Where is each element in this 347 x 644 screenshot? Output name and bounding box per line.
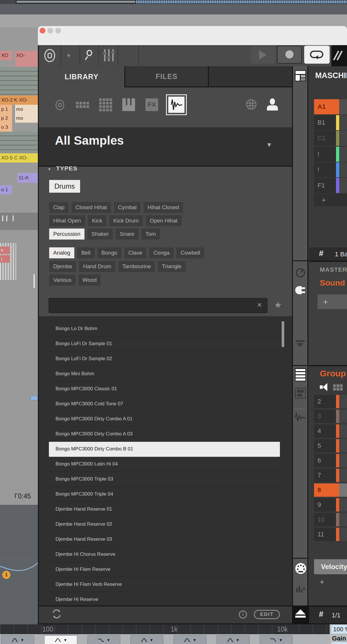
browser-header-title[interactable]: All Samples xyxy=(55,134,124,148)
clip-p2[interactable]: p 2 xyxy=(0,114,12,123)
subtype-tag[interactable]: Bell xyxy=(77,247,95,258)
add-group-button[interactable]: + xyxy=(314,194,347,206)
subtype-tag[interactable]: Conga xyxy=(149,247,174,258)
minimize-button[interactable] xyxy=(47,28,53,34)
add-velocity-button[interactable]: + xyxy=(320,577,324,586)
subtype-tag-analog[interactable]: Analog xyxy=(49,247,74,258)
eq-band-type-button[interactable]: ▼ xyxy=(87,635,120,644)
list-item[interactable]: Bongo MPC3000 Latin Hi 04 xyxy=(49,457,280,472)
group-slot-a1[interactable]: A1 xyxy=(314,99,347,114)
metronome-button[interactable] xyxy=(331,45,347,66)
sound-row[interactable]: 9 xyxy=(314,498,347,511)
list-item[interactable]: Bongo MPC3000 Dirty Combo A 01 xyxy=(49,412,280,427)
subtype-tag[interactable]: Clave xyxy=(124,247,147,258)
sound-row[interactable]: 3 xyxy=(314,410,347,423)
master-tab-label[interactable]: MASTER xyxy=(320,266,347,273)
grid-hash-icon[interactable]: # xyxy=(319,610,323,619)
play-button[interactable] xyxy=(251,47,275,63)
list-item[interactable]: Bongo LoFi Dr Sample 02 xyxy=(49,352,280,367)
close-button[interactable] xyxy=(40,28,45,34)
eq-gain-value[interactable] xyxy=(331,642,347,644)
list-item[interactable]: Bongo MPC3000 Classic 01 xyxy=(49,382,280,397)
eq-band-badge[interactable]: 1 xyxy=(2,571,10,579)
clear-search-icon[interactable]: ✕ xyxy=(257,301,262,309)
subtype-tag[interactable]: Triangle xyxy=(158,261,186,272)
clip-mini-b[interactable]: ( xyxy=(0,255,10,263)
scrollbar-thumb[interactable] xyxy=(282,321,284,347)
arranger-view-icon[interactable] xyxy=(295,70,306,81)
type-tag[interactable]: Shaker xyxy=(87,229,113,240)
autoload-swap-icon[interactable] xyxy=(51,609,62,619)
type-tag[interactable]: Kick xyxy=(88,215,106,226)
content-type-instruments-icon[interactable] xyxy=(122,98,135,111)
sound-row[interactable]: 6 xyxy=(314,454,347,467)
mixer-icon[interactable] xyxy=(103,49,115,62)
eq-band-type-button[interactable]: ▼ xyxy=(174,635,206,644)
clip-o1[interactable]: o 1 xyxy=(0,185,12,194)
clip-mini-a[interactable]: 6 xyxy=(0,246,10,254)
group-slot-e1[interactable]: ! xyxy=(314,162,347,177)
record-button[interactable] xyxy=(277,46,302,64)
clip-xo2k[interactable]: XO-2 K xyxy=(0,95,19,105)
type-tag[interactable]: Hihat Open xyxy=(49,215,85,226)
sound-row[interactable]: 11 xyxy=(314,528,347,541)
eq-band-type-button[interactable]: ▼ xyxy=(217,635,250,644)
sound-row[interactable]: 2 xyxy=(314,395,347,408)
velocity-header[interactable]: Velocity xyxy=(314,559,347,574)
maschine-logo-icon[interactable] xyxy=(44,49,55,62)
store-globe-icon[interactable] xyxy=(246,99,256,110)
clip-o3[interactable]: o 3 xyxy=(0,123,12,132)
clip-11a[interactable]: 11-A xyxy=(17,173,39,183)
macro-knob-icon[interactable] xyxy=(296,268,305,277)
list-item[interactable]: Bongo Mini Bohm xyxy=(49,367,280,382)
eq-band-type-button[interactable]: ▼ xyxy=(260,635,293,644)
sound-row[interactable]: 4 xyxy=(314,424,347,438)
user-icon[interactable] xyxy=(267,98,278,111)
clip-xo5c-b[interactable]: XO- xyxy=(18,153,39,163)
clip-p1[interactable]: p 1 xyxy=(0,105,12,114)
type-tag[interactable]: Snare xyxy=(116,229,139,240)
collapse-arrows-icon[interactable] xyxy=(296,340,305,349)
clip-xo2k-b[interactable]: XO- xyxy=(18,95,39,105)
sound-row-selected[interactable]: 8 xyxy=(314,483,347,497)
type-tag[interactable]: Clap xyxy=(49,202,69,213)
list-item[interactable]: Djembe Hi Chorus Reserve xyxy=(49,547,280,562)
types-collapse-icon[interactable]: ▼ xyxy=(47,167,51,172)
list-item[interactable]: Djembe Hand Reserve 03 xyxy=(49,532,280,547)
type-tag[interactable]: Tom xyxy=(141,229,160,240)
ableton-ruler[interactable]: 25 33 41 49 57 65 xyxy=(0,14,347,27)
list-item[interactable]: Bongo MPC3000 Triple 03 xyxy=(49,472,280,487)
subtype-tag[interactable]: Djembe xyxy=(49,261,76,272)
loop-button[interactable] xyxy=(304,46,330,64)
list-item[interactable]: Djembe Hand Reserve 01 xyxy=(49,502,280,517)
group-slot-f1[interactable]: F1 xyxy=(314,178,347,193)
ableton-overview-strip[interactable] xyxy=(136,1,347,3)
speaker-icon[interactable] xyxy=(320,383,327,391)
eq-band-type-button[interactable]: ▼ xyxy=(44,635,77,644)
window-titlebar[interactable] xyxy=(38,26,347,45)
list-item[interactable]: Bongo Lo Dr Bohm xyxy=(49,321,280,336)
sampling-view-icon[interactable] xyxy=(294,412,307,423)
content-type-projects-icon[interactable] xyxy=(56,100,64,110)
subtype-tag[interactable]: Hand Drum xyxy=(79,261,115,272)
group-slot-c1[interactable]: C1 xyxy=(314,131,347,146)
content-type-sounds-icon[interactable] xyxy=(99,98,112,111)
content-type-samples-icon[interactable] xyxy=(168,97,184,113)
list-item[interactable]: Bongo MPC3000 Cold Tone 07 xyxy=(49,397,280,412)
edit-button[interactable]: EDIT xyxy=(254,610,280,619)
add-sound-button[interactable]: + xyxy=(318,295,347,309)
list-item[interactable]: Bongo LoFi Dr Sample 01 xyxy=(49,336,280,352)
sound-row[interactable]: 5 xyxy=(314,439,347,452)
list-item-selected[interactable]: Bongo MPC3000 Dirty Combo B 01 xyxy=(49,442,280,457)
zoom-button[interactable] xyxy=(55,28,61,34)
eq-scale-value[interactable]: 100 % xyxy=(331,625,347,634)
header-dropdown-icon[interactable]: ▼ xyxy=(266,141,272,149)
list-item[interactable]: Djembe Hi Flam Reserve xyxy=(49,562,280,577)
list-view-icon[interactable] xyxy=(295,368,306,381)
grid-value[interactable]: 1/1 xyxy=(332,612,341,619)
eq-band-type-button[interactable]: ▼ xyxy=(130,635,163,644)
sound-row[interactable]: 10 xyxy=(314,513,347,526)
clip-xo5c[interactable]: XO-5 C xyxy=(0,153,19,163)
eject-icon[interactable] xyxy=(295,609,306,619)
type-tag[interactable]: Hihat Closed xyxy=(143,202,183,213)
